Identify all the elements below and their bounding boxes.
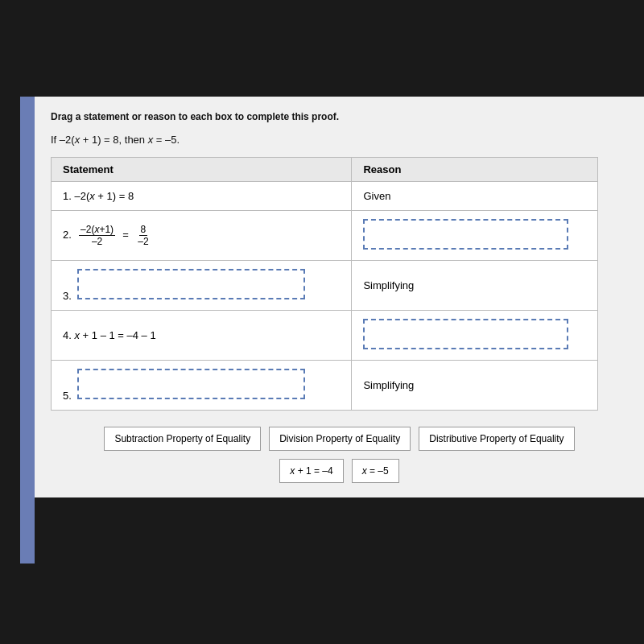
drag-items-row-1: Subtraction Property of Equality Divisio… bbox=[51, 427, 628, 451]
statement-cell-2: 2. –2(x+1) –2 = 8 –2 bbox=[52, 211, 352, 261]
table-row: 2. –2(x+1) –2 = 8 –2 bbox=[52, 211, 598, 261]
left-sidebar bbox=[20, 97, 35, 564]
fraction-denominator-1: –2 bbox=[90, 236, 104, 247]
reason-text-3: Simplifying bbox=[363, 279, 414, 291]
fraction-denominator-2: –2 bbox=[136, 236, 150, 247]
fraction-numerator-2: 8 bbox=[139, 224, 148, 236]
statement-cell-1: 1. –2(x + 1) = 8 bbox=[52, 182, 352, 211]
fraction-numerator-1: –2(x+1) bbox=[79, 224, 115, 236]
reason-dashed-box-2[interactable] bbox=[363, 219, 568, 250]
fraction-1: –2(x+1) –2 bbox=[79, 224, 115, 247]
statement-text-4: 4. x + 1 – 1 = –4 – 1 bbox=[63, 329, 156, 341]
drag-item-division[interactable]: Division Property of Equality bbox=[269, 427, 411, 451]
statement-number-3: 3. bbox=[63, 290, 74, 302]
statement-cell-5[interactable]: 5. bbox=[52, 361, 352, 411]
proof-table: Statement Reason 1. –2(x + 1) = 8 Given … bbox=[51, 157, 598, 411]
statement-header: Statement bbox=[52, 158, 352, 182]
drag-items-row-2: x + 1 = –4 x = –5 bbox=[51, 459, 628, 483]
statement-dashed-box-5[interactable] bbox=[77, 369, 304, 399]
reason-dashed-box-4[interactable] bbox=[363, 319, 568, 349]
drag-item-distributive[interactable]: Distributive Property of Equality bbox=[419, 427, 574, 451]
given-statement: If –2(x + 1) = 8, then x = –5. bbox=[51, 134, 628, 146]
reason-cell-4[interactable] bbox=[352, 311, 598, 361]
statement-number-2: 2. bbox=[63, 229, 74, 241]
drag-item-x-equals[interactable]: x = –5 bbox=[352, 459, 399, 483]
reason-text-5: Simplifying bbox=[363, 379, 414, 391]
drag-item-x-plus-1[interactable]: x + 1 = –4 bbox=[279, 459, 343, 483]
table-row: 1. –2(x + 1) = 8 Given bbox=[52, 182, 598, 211]
statement-cell-4: 4. x + 1 – 1 = –4 – 1 bbox=[52, 311, 352, 361]
statement-number-5: 5. bbox=[63, 390, 74, 402]
reason-header: Reason bbox=[352, 158, 598, 182]
instruction-text: Drag a statement or reason to each box t… bbox=[51, 111, 628, 122]
reason-text-1: Given bbox=[363, 190, 390, 202]
reason-cell-2[interactable] bbox=[352, 211, 598, 261]
table-row: 3. Simplifying bbox=[52, 261, 598, 311]
drag-item-subtraction[interactable]: Subtraction Property of Equality bbox=[104, 427, 261, 451]
reason-cell-1: Given bbox=[352, 182, 598, 211]
statement-dashed-box-3[interactable] bbox=[77, 269, 304, 299]
table-row: 4. x + 1 – 1 = –4 – 1 bbox=[52, 311, 598, 361]
statement-cell-3[interactable]: 3. bbox=[52, 261, 352, 311]
fraction-2: 8 –2 bbox=[136, 224, 150, 247]
content-area: Drag a statement or reason to each box t… bbox=[35, 97, 644, 497]
reason-cell-3: Simplifying bbox=[352, 261, 598, 311]
table-row: 5. Simplifying bbox=[52, 361, 598, 411]
equals-sign-2: = bbox=[120, 229, 132, 241]
statement-text-1: 1. –2(x + 1) = 8 bbox=[63, 190, 134, 202]
reason-cell-5: Simplifying bbox=[352, 361, 598, 411]
